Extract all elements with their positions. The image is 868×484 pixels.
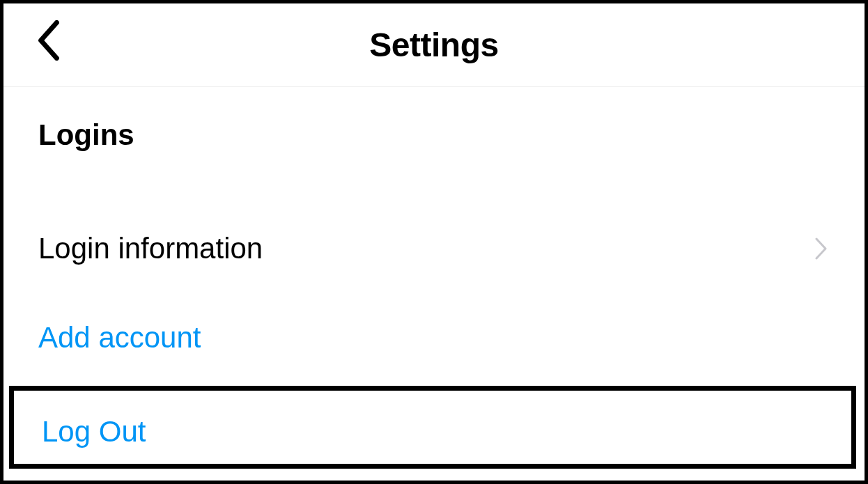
back-button[interactable] <box>31 21 66 63</box>
content: Logins Login information Add account Log… <box>3 87 865 481</box>
log-out-item[interactable]: Log Out <box>9 386 856 469</box>
add-account-label: Add account <box>38 321 201 354</box>
chevron-right-icon <box>813 235 830 263</box>
login-information-label: Login information <box>38 232 263 265</box>
page-title: Settings <box>369 26 498 64</box>
login-information-item[interactable]: Login information <box>3 197 865 286</box>
log-out-label: Log Out <box>42 415 146 448</box>
section-title-logins: Logins <box>3 87 865 152</box>
header: Settings <box>3 3 865 87</box>
chevron-left-icon <box>37 20 61 63</box>
add-account-item[interactable]: Add account <box>3 286 865 375</box>
